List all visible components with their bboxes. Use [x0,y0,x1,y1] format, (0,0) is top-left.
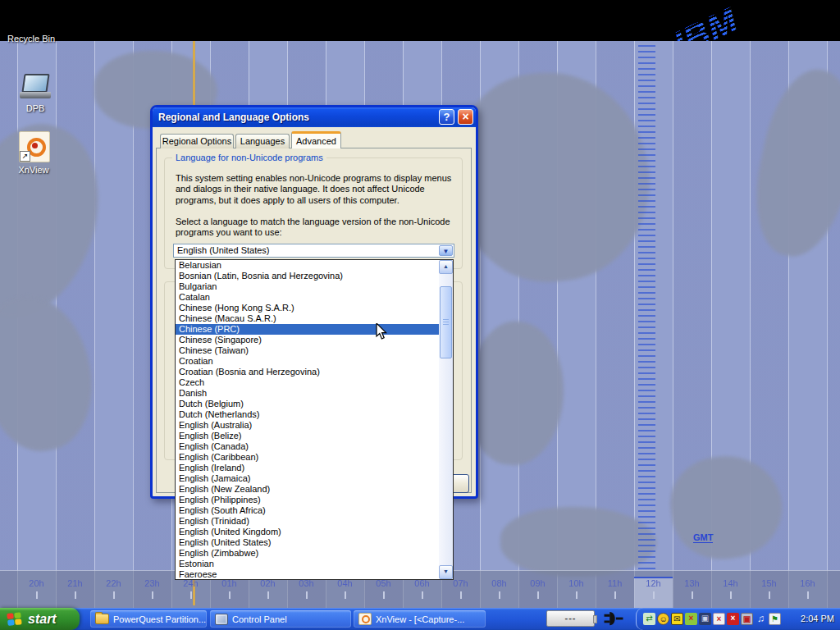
laptop-base [20,92,51,98]
gmt-meridian-band [638,45,655,570]
list-item[interactable]: Croatian (Bosnia and Herzegovina) [176,367,439,377]
list-item[interactable]: English (Australia) [176,420,439,431]
dialog-title: Regional and Language Options [158,107,309,127]
map-landmass [0,287,103,459]
tray-battery-icon[interactable]: ☺ [657,613,669,625]
list-item[interactable]: Chinese (Macau S.A.R.) [176,313,439,324]
task-icon [358,613,372,625]
list-item[interactable]: Czech [176,377,439,388]
list-item[interactable]: English (Ireland) [176,463,439,473]
language-dropdown-list: BelarusianBosnian (Latin, Bosnia and Her… [175,259,454,580]
list-item[interactable]: Estonian [176,559,439,569]
tab-regional-options[interactable]: Regional Options [160,134,234,148]
task-icon [215,614,228,625]
dpb-icon[interactable] [18,72,52,102]
list-item[interactable]: Catalan [176,292,439,303]
list-item[interactable]: Dutch (Netherlands) [176,409,439,420]
task-icon [95,614,109,624]
hour-label: 12h [634,577,673,608]
list-item[interactable]: Bulgarian [176,281,439,292]
task-xnview[interactable]: XnView - [<Capture-... [354,610,486,628]
list-item[interactable]: English (New Zealand) [176,484,439,495]
list-item[interactable]: Bosnian (Latin, Bosnia and Herzegovina) [176,271,439,281]
tab-languages[interactable]: Languages [235,134,290,148]
hour-label: 04h [326,577,364,608]
hour-label: 06h [403,577,441,608]
list-item[interactable]: English (Caribbean) [176,452,439,463]
tray-antivirus-icon[interactable]: × [727,613,739,625]
map-landmass [463,317,570,468]
map-landmass [742,62,840,265]
tray-update-icon[interactable]: × [685,613,697,625]
list-item[interactable]: English (Belize) [176,431,439,441]
language-list-rows: BelarusianBosnian (Latin, Bosnia and Her… [176,260,439,579]
list-item[interactable]: Danish [176,388,439,399]
task-label: PowerQuest Partition... [113,614,206,624]
task-powerquest[interactable]: PowerQuest Partition... [90,610,207,628]
tray-mail-icon[interactable]: ✉ [671,613,683,625]
hour-label: 03h [287,577,326,608]
task-label: XnView - [<Capture-... [376,614,464,624]
list-item[interactable]: Chinese (Taiwan) [176,345,439,356]
xnview-icon[interactable]: ↗ [19,131,50,162]
hour-label: 10h [557,577,596,608]
list-item[interactable]: English (Philippines) [176,495,439,505]
scroll-up-icon[interactable]: ▲ [439,260,453,274]
task-label: Control Panel [232,614,287,624]
tray-flag-icon[interactable]: ⚑ [769,613,781,625]
ibm-logo: IBM [669,0,786,41]
close-button[interactable]: × [458,109,473,125]
hour-label: 11h [596,577,634,608]
map-landmass [664,449,788,566]
hour-label: 05h [364,577,403,608]
list-item[interactable]: Chinese (Hong Kong S.A.R.) [176,303,439,313]
list-item[interactable]: Croatian [176,356,439,367]
list-item[interactable]: English (United Kingdom) [176,527,439,537]
list-item[interactable]: Chinese (Singapore) [176,335,439,345]
list-item[interactable]: English (Trinidad) [176,516,439,527]
gmt-label: GMT [693,532,713,543]
language-combobox[interactable]: English (United States) ▼ [173,244,454,258]
hour-label: 01h [210,577,249,608]
laptop-screen [21,74,49,93]
list-item[interactable]: Chinese (PRC) [176,324,439,335]
hour-label: 08h [480,577,518,608]
taskbar: start PowerQuest Partition... Control Pa… [0,608,840,630]
tray-eject-icon[interactable]: ⇄ [643,613,655,625]
battery-meter[interactable]: --- [546,610,595,627]
list-item[interactable]: English (United States) [176,537,439,548]
tray-display-icon[interactable]: ▣ [741,613,753,625]
hour-label: 09h [518,577,557,608]
list-item[interactable]: English (South Africa) [176,505,439,516]
screen: 20h21h22h23h24h01h02h03h04h05h06h07h08h0… [0,0,840,630]
tab-advanced[interactable]: Advanced [291,131,341,148]
tray-volume-icon[interactable]: ♫ [755,613,767,625]
taskbar-clock[interactable]: 2:04 PM [801,608,834,630]
scrollbar-thumb[interactable] [440,286,452,358]
list-item[interactable]: English (Zimbabwe) [176,548,439,559]
scrollbar[interactable]: ▲ ▼ [439,260,453,579]
list-item[interactable]: Dutch (Belgium) [176,399,439,409]
tray-icons: ⇄☺✉×▣××▣♫⚑ [643,613,781,625]
tray-signal-icon[interactable]: × [713,613,725,625]
combobox-value: English (United States) [177,245,270,255]
dialog-titlebar[interactable]: Regional and Language Options ? × [153,107,476,127]
mouse-cursor [376,323,392,341]
list-item[interactable]: English (Jamaica) [176,473,439,484]
shortcut-arrow-icon: ↗ [20,151,30,162]
list-item[interactable]: Faeroese [176,569,439,579]
list-item[interactable]: Belarusian [176,260,439,271]
hour-label: 02h [249,577,287,608]
map-landmass [500,507,656,577]
hour-label: 14h [711,577,750,608]
tray-network-icon[interactable]: ▣ [699,613,711,625]
help-button[interactable]: ? [439,109,454,125]
task-control-panel[interactable]: Control Panel [210,610,351,628]
description-text: This system setting enables non-Unicode … [176,173,461,206]
list-item[interactable]: English (Canada) [176,441,439,452]
hour-label: 24h [171,577,210,608]
scroll-down-icon[interactable]: ▼ [439,565,453,579]
system-tray: ⇄☺✉×▣××▣♫⚑ 2:04 PM [636,608,840,630]
hour-label: 21h [56,577,94,608]
chevron-down-icon[interactable]: ▼ [439,245,453,256]
